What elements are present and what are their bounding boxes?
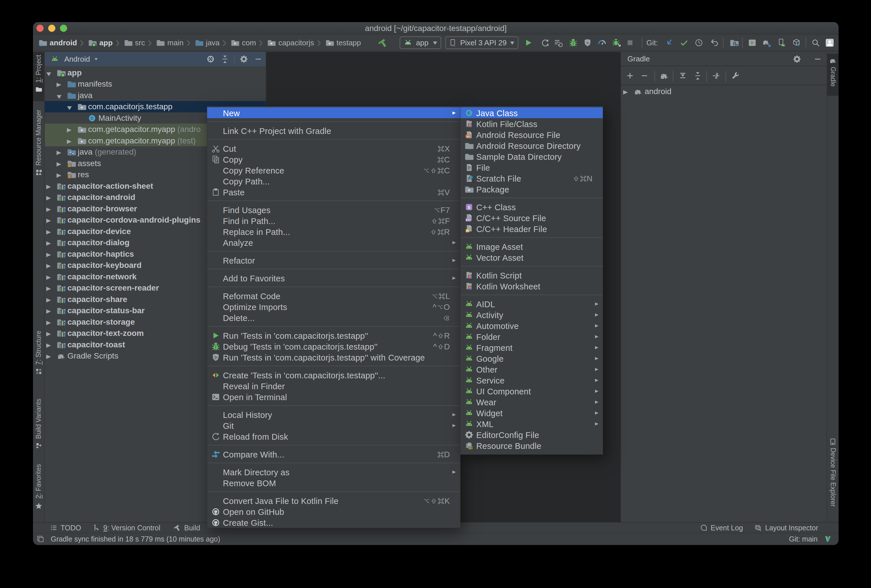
svg-text:A: A: [546, 43, 549, 46]
svg-text:C: C: [91, 116, 94, 120]
svg-text:H: H: [467, 229, 468, 232]
svg-text:C: C: [468, 111, 470, 115]
svg-text:<>: <>: [467, 135, 470, 138]
svg-text:S: S: [468, 205, 470, 209]
svg-text:C++: C++: [466, 218, 471, 221]
